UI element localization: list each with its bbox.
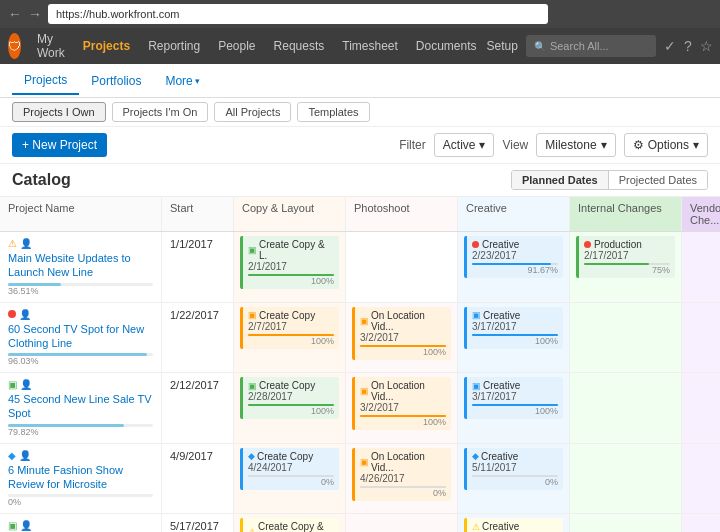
view-label: View — [502, 138, 528, 152]
tab-projects[interactable]: Projects — [12, 67, 79, 95]
copy-task-cell[interactable]: ▣Create Copy & L. 2/1/2017 100% — [234, 232, 346, 302]
nav-timesheet[interactable]: Timesheet — [334, 35, 406, 57]
creative-task-cell2[interactable]: ▣Creative 3/17/2017 100% — [458, 303, 570, 373]
filter-active-select[interactable]: Active ▾ — [434, 133, 495, 157]
start-date: 1/1/2017 — [162, 232, 234, 302]
chevron-down-icon: ▾ — [195, 76, 200, 86]
planned-dates-button[interactable]: Planned Dates — [512, 171, 609, 189]
table-row: 👤 60 Second TV Spot for New Clothing Lin… — [0, 303, 720, 374]
nav-projects[interactable]: Projects — [75, 35, 138, 57]
col-header-creative: Creative — [458, 197, 570, 231]
gear-icon: ⚙ — [633, 138, 644, 152]
start-date5: 5/17/2017 — [162, 514, 234, 532]
col-header-start: Start — [162, 197, 234, 231]
forward-button[interactable]: → — [28, 6, 42, 22]
person-icon3: 👤 — [20, 379, 32, 390]
vendor-cell3 — [682, 373, 720, 443]
star-icon[interactable]: ☆ — [700, 38, 713, 54]
filter-chevron-icon: ▾ — [479, 138, 485, 152]
nav-mywork[interactable]: My Work — [29, 28, 73, 64]
creative-task-cell[interactable]: Creative 2/23/2017 91.67% — [458, 232, 570, 302]
green-icon: ▣ — [8, 379, 17, 390]
task-icon7: ▣ — [472, 381, 481, 391]
logo-icon: 🛡 — [8, 39, 21, 54]
options-button[interactable]: ⚙ Options ▾ — [624, 133, 708, 157]
creative-task-cell4[interactable]: ◆Creative 5/11/2017 0% — [458, 444, 570, 514]
back-button[interactable]: ← — [8, 6, 22, 22]
table-row: ▣ 👤 45 Second New Line Sale TV Spot 79.8… — [0, 373, 720, 444]
filter-label: Filter — [399, 138, 426, 152]
task-diamond-icon2: ◆ — [472, 451, 479, 461]
person-icon5: 👤 — [20, 520, 32, 531]
vendor-cell4 — [682, 444, 720, 514]
tab-more[interactable]: More ▾ — [153, 68, 211, 94]
photo-task-cell4[interactable]: ▣On Location Vid... 4/26/2017 0% — [346, 444, 458, 514]
search-icon: 🔍 — [534, 41, 546, 52]
nav-requests[interactable]: Requests — [266, 35, 333, 57]
nav-documents[interactable]: Documents — [408, 35, 485, 57]
search-bar[interactable]: 🔍 Search All... — [526, 35, 656, 57]
copy-task-cell4[interactable]: ◆Create Copy 4/24/2017 0% — [234, 444, 346, 514]
view-chevron-icon: ▾ — [601, 138, 607, 152]
catalog-title: Catalog — [12, 171, 71, 189]
copy-task-cell3[interactable]: ▣Create Copy 2/28/2017 100% — [234, 373, 346, 443]
warning-icon: ⚠ — [8, 238, 17, 249]
red-dot2 — [584, 241, 591, 248]
projected-dates-button[interactable]: Projected Dates — [609, 171, 707, 189]
col-header-vendor: Vendor Che... — [682, 197, 720, 231]
photo-task-cell2[interactable]: ▣On Location Vid... 3/2/2017 100% — [346, 303, 458, 373]
col-header-project: Project Name — [0, 197, 162, 231]
project-link2[interactable]: 60 Second TV Spot for New Clothing Line — [8, 323, 144, 349]
task-warn-icon: ⚠ — [248, 527, 256, 532]
internal-cell2 — [570, 303, 682, 373]
filter-projects-on[interactable]: Projects I'm On — [112, 102, 209, 122]
task-diamond-icon: ◆ — [248, 451, 255, 461]
project-link[interactable]: Main Website Updates to Launch New Line — [8, 252, 131, 278]
red-dot-icon — [8, 310, 16, 318]
creative-task-cell3[interactable]: ▣Creative 3/17/2017 100% — [458, 373, 570, 443]
col-header-photo: Photoshoot — [346, 197, 458, 231]
copy-task-cell5[interactable]: ⚠Create Copy & L. 6/15/2017 0% — [234, 514, 346, 532]
nav-reporting[interactable]: Reporting — [140, 35, 208, 57]
checkmark-icon[interactable]: ✓ — [664, 38, 676, 54]
view-milestone-select[interactable]: Milestone ▾ — [536, 133, 615, 157]
vendor-cell2 — [682, 303, 720, 373]
filter-all-projects[interactable]: All Projects — [214, 102, 291, 122]
new-project-button[interactable]: + New Project — [12, 133, 107, 157]
creative-task-cell5[interactable]: ⚠Creative 7/4/2017 0% — [458, 514, 570, 532]
person-icon2: 👤 — [19, 309, 31, 320]
task-icon6: ▣ — [360, 386, 369, 396]
project-name-cell3: ▣ 👤 45 Second New Line Sale TV Spot 79.8… — [0, 373, 162, 443]
internal-cell5 — [570, 514, 682, 532]
photo-task-cell3[interactable]: ▣On Location Vid... 3/2/2017 100% — [346, 373, 458, 443]
task-icon2: ▣ — [248, 310, 257, 320]
nav-setup[interactable]: Setup — [487, 39, 518, 53]
filter-projects-own[interactable]: Projects I Own — [12, 102, 106, 122]
logo[interactable]: 🛡 — [8, 33, 21, 59]
internal-cell4 — [570, 444, 682, 514]
question-icon[interactable]: ? — [684, 38, 692, 54]
project-name-cell: ⚠ 👤 Main Website Updates to Launch New L… — [0, 232, 162, 302]
project-link4[interactable]: 6 Minute Fashion Show Review for Microsi… — [8, 464, 123, 490]
task-icon8: ▣ — [360, 457, 369, 467]
red-dot — [472, 241, 479, 248]
task-icon3: ▣ — [360, 316, 369, 326]
project-link3[interactable]: 45 Second New Line Sale TV Spot — [8, 393, 152, 419]
vendor-cell5 — [682, 514, 720, 532]
internal-cell3 — [570, 373, 682, 443]
diamond-icon: ◆ — [8, 450, 16, 461]
vendor-cell — [682, 232, 720, 302]
url-bar[interactable]: https://hub.workfront.com — [48, 4, 548, 24]
green-icon2: ▣ — [8, 520, 17, 531]
task-icon4: ▣ — [472, 310, 481, 320]
nav-people[interactable]: People — [210, 35, 263, 57]
project-name-cell5: ▣ 👤 This Project Should be Trashed! 0% — [0, 514, 162, 532]
copy-task-cell2[interactable]: ▣Create Copy 2/7/2017 100% — [234, 303, 346, 373]
internal-task-cell[interactable]: Production 2/17/2017 75% — [570, 232, 682, 302]
table-row: ⚠ 👤 Main Website Updates to Launch New L… — [0, 232, 720, 303]
person-icon: 👤 — [20, 238, 32, 249]
filter-templates[interactable]: Templates — [297, 102, 369, 122]
col-header-internal: Internal Changes — [570, 197, 682, 231]
tab-portfolios[interactable]: Portfolios — [79, 68, 153, 94]
task-warn-icon2: ⚠ — [472, 522, 480, 532]
